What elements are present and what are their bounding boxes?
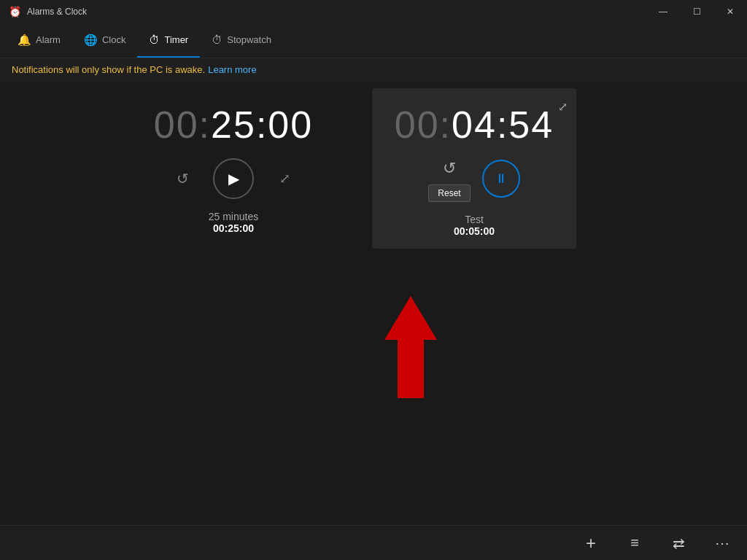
nav-stopwatch[interactable]: ⏱ Stopwatch bbox=[200, 23, 283, 58]
add-timer-button[interactable]: + bbox=[578, 530, 604, 556]
timer1-display: 00:25:00 bbox=[154, 103, 313, 147]
maximize-button[interactable]: ☐ bbox=[680, 0, 713, 23]
red-arrow bbox=[384, 296, 437, 398]
timer1-label: 25 minutes 00:25:00 bbox=[209, 211, 258, 234]
timer1-card: 00:25:00 ↺ ▶ ⤢ 25 minutes 00:25:00 bbox=[131, 103, 336, 234]
list-button[interactable]: ≡ bbox=[622, 530, 648, 556]
arrow-shaft bbox=[398, 340, 424, 398]
close-button[interactable]: ✕ bbox=[713, 0, 747, 23]
timer2-display-dim: 00: bbox=[395, 104, 452, 146]
nav-alarm-label: Alarm bbox=[36, 34, 61, 45]
timer2-display-bold: 04:54 bbox=[452, 104, 554, 146]
app-title: Alarms & Clock bbox=[27, 7, 87, 17]
timer2-display: 00:04:54 bbox=[395, 103, 554, 147]
arrow-head bbox=[384, 296, 437, 340]
timer2-label: Test 00:05:00 bbox=[454, 214, 495, 237]
swap-button[interactable]: ⇄ bbox=[665, 530, 692, 556]
timer1-name: 25 minutes bbox=[209, 211, 258, 222]
notification-bar: Notifications will only show if the PC i… bbox=[0, 58, 747, 81]
timer1-time: 00:25:00 bbox=[209, 222, 258, 234]
timer1-display-dim: 00: bbox=[154, 104, 211, 146]
timer2-card: ⤢ 00:04:54 ↺ Reset ⏸ Test 00:05:00 bbox=[372, 88, 576, 249]
nav-bar: 🔔 Alarm 🌐 Clock ⏱ Timer ⏱ Stopwatch bbox=[0, 23, 747, 58]
minimize-button[interactable]: — bbox=[646, 0, 680, 23]
main-content: 00:25:00 ↺ ▶ ⤢ 25 minutes 00:25:00 ⤢ 00:… bbox=[0, 81, 747, 525]
learn-more-link[interactable]: Learn more bbox=[208, 64, 256, 75]
timer2-expand-button[interactable]: ⤢ bbox=[558, 100, 568, 114]
timer1-expand-button[interactable]: ⤢ bbox=[271, 166, 298, 192]
timer2-pause-button[interactable]: ⏸ bbox=[482, 160, 520, 198]
timer-icon: ⏱ bbox=[149, 34, 160, 46]
timer2-time: 00:05:00 bbox=[454, 225, 495, 237]
nav-clock-label: Clock bbox=[102, 34, 126, 45]
alarm-icon: 🔔 bbox=[18, 34, 31, 47]
nav-clock[interactable]: 🌐 Clock bbox=[72, 23, 138, 58]
notification-text: Notifications will only show if the PC i… bbox=[12, 64, 205, 75]
timer1-controls: ↺ ▶ ⤢ bbox=[169, 158, 298, 199]
nav-alarm[interactable]: 🔔 Alarm bbox=[6, 23, 72, 58]
bottom-bar: + ≡ ⇄ ⋯ bbox=[0, 525, 747, 560]
timer1-display-bold: 25:00 bbox=[211, 104, 313, 146]
timer2-reset-icon-btn[interactable]: ↺ bbox=[436, 155, 462, 182]
title-bar-left: ⏰ Alarms & Clock bbox=[9, 6, 87, 18]
title-bar: ⏰ Alarms & Clock — ☐ ✕ bbox=[0, 0, 747, 23]
nav-timer-label: Timer bbox=[164, 34, 188, 45]
title-bar-controls: — ☐ ✕ bbox=[646, 0, 747, 23]
nav-stopwatch-label: Stopwatch bbox=[227, 34, 271, 45]
nav-timer[interactable]: ⏱ Timer bbox=[137, 23, 200, 58]
timer2-reset-button[interactable]: Reset bbox=[428, 184, 470, 202]
clock-icon: 🌐 bbox=[84, 34, 98, 47]
more-button[interactable]: ⋯ bbox=[709, 530, 735, 556]
timer2-controls: ↺ Reset ⏸ bbox=[384, 155, 565, 202]
timer1-reset-icon[interactable]: ↺ bbox=[169, 166, 196, 192]
app-icon: ⏰ bbox=[9, 6, 21, 18]
timer2-name: Test bbox=[454, 214, 495, 225]
stopwatch-icon: ⏱ bbox=[212, 34, 222, 46]
timer1-play-button[interactable]: ▶ bbox=[213, 158, 254, 199]
